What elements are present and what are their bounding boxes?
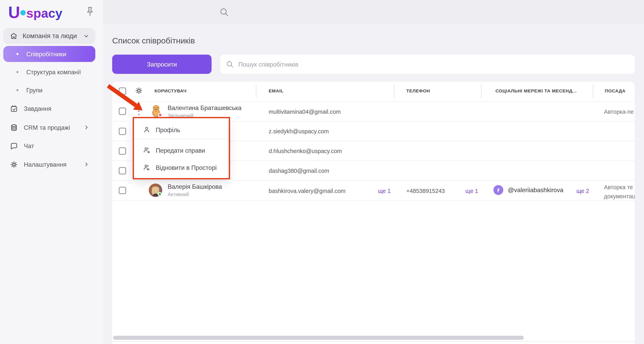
sidebar-item-groups[interactable]: Групи: [3, 82, 96, 98]
row-checkbox[interactable]: [119, 187, 126, 194]
column-header-position[interactable]: ПОСАДА: [605, 88, 626, 93]
search-icon: [226, 60, 234, 68]
column-divider[interactable]: [481, 84, 482, 98]
column-header-user[interactable]: КОРИСТУВАЧ: [154, 88, 186, 93]
facebook-icon[interactable]: [494, 185, 503, 195]
menu-item-label: Відновити в Просторі: [156, 164, 217, 171]
column-header-email[interactable]: EMAIL: [269, 88, 284, 93]
employee-phone[interactable]: +48538915243: [406, 188, 445, 194]
social-more-link[interactable]: ще 2: [576, 188, 589, 194]
sidebar: U spacy Компанія та люди Співробітники С…: [0, 0, 103, 344]
divider: [112, 342, 635, 342]
facebook-f-glyph: [496, 187, 501, 193]
bullet-icon: [16, 89, 18, 91]
sidebar-item-label: Співробітники: [26, 50, 95, 57]
calendar-check-icon: [10, 104, 18, 113]
employee-status: Активний: [168, 192, 189, 197]
sidebar-item-tasks[interactable]: Завдання: [3, 100, 96, 116]
sidebar-item-label: Групи: [26, 87, 95, 94]
column-divider[interactable]: [394, 84, 394, 98]
topbar: [103, 0, 644, 24]
social-handle[interactable]: @valeriiabashkirova: [508, 186, 563, 193]
chevron-right-icon: [84, 161, 90, 167]
sidebar-item-crm[interactable]: CRM та продажі: [3, 119, 96, 135]
sidebar-item-structure[interactable]: Структура компанії: [3, 64, 96, 80]
invite-button[interactable]: Запросити: [112, 54, 212, 74]
row-checkbox[interactable]: [119, 147, 126, 155]
uspacy-logo[interactable]: U spacy: [8, 4, 70, 22]
divider: [112, 200, 635, 201]
row-checkbox[interactable]: [119, 128, 126, 135]
database-icon: [10, 123, 18, 132]
employee-search[interactable]: [220, 54, 635, 74]
row-checkbox[interactable]: [119, 167, 126, 174]
employee-status: Звільнений: [168, 113, 194, 119]
gear-icon: [10, 160, 18, 169]
workspace-label: Компанія та люди: [22, 32, 83, 39]
column-header-phone[interactable]: ТЕЛЕФОН: [406, 88, 430, 93]
bullet-icon: [16, 53, 18, 55]
person-icon: [143, 126, 150, 133]
sidebar-item-settings[interactable]: Налаштування: [3, 156, 96, 172]
employee-position-line1: Авторка те: [604, 184, 635, 190]
sidebar-item-label: Чат: [24, 142, 96, 149]
select-all-checkbox[interactable]: [119, 87, 126, 95]
divider: [112, 101, 635, 102]
column-divider[interactable]: [593, 84, 593, 98]
email-more-link[interactable]: ще 1: [378, 188, 390, 194]
menu-item-transfer[interactable]: Передати справи: [134, 142, 228, 158]
sidebar-item-label: Налаштування: [24, 161, 84, 168]
main-content: Список співробітників Запросити КОРИСТУВ…: [103, 24, 644, 344]
employee-email[interactable]: d.hlushchenko@uspacy.com: [269, 148, 342, 154]
employee-position: Авторка-пе: [604, 108, 635, 115]
row-context-menu: Профіль Передати справи Відновити в Прос…: [134, 118, 228, 178]
table-settings-gear-icon[interactable]: [135, 87, 143, 95]
divider: [112, 180, 635, 180]
menu-item-label: Профіль: [156, 126, 180, 133]
svg-text:spacy: spacy: [26, 6, 62, 20]
menu-item-restore[interactable]: Відновити в Просторі: [134, 159, 228, 176]
menu-item-label: Передати справи: [156, 147, 205, 154]
sidebar-item-label: CRM та продажі: [24, 124, 84, 131]
employee-email[interactable]: dashag380@gmail.com: [269, 167, 329, 174]
person-arrow-left-icon: [143, 164, 150, 171]
active-status-dot: [158, 192, 162, 196]
menu-item-profile[interactable]: Профіль: [134, 121, 228, 138]
sidebar-item-employees[interactable]: Співробітники: [3, 46, 96, 62]
sidebar-item-label: Завдання: [24, 105, 96, 112]
chat-icon: [10, 142, 18, 150]
bullet-icon: [16, 71, 18, 73]
dismissed-status-dot: [158, 113, 162, 117]
chevron-down-icon: [83, 32, 90, 39]
row-checkbox[interactable]: [119, 108, 126, 115]
svg-text:U: U: [8, 4, 20, 22]
employee-email[interactable]: z.siedykh@uspacy.com: [269, 128, 329, 134]
page-title: Список співробітників: [112, 36, 195, 46]
employee-name[interactable]: Валентина Браташевська: [168, 104, 242, 111]
employee-position-line2: документац: [604, 193, 635, 199]
search-input[interactable]: [238, 61, 635, 68]
chevron-right-icon: [84, 124, 90, 131]
global-search-icon[interactable]: [220, 7, 229, 17]
person-arrow-right-icon: [143, 147, 150, 154]
menu-divider: [134, 139, 228, 139]
home-icon: [10, 32, 18, 40]
employee-name[interactable]: Валерія Башкірова: [168, 183, 222, 190]
app-window: U spacy Компанія та люди Співробітники С…: [0, 0, 644, 344]
pin-sidebar-icon[interactable]: [84, 6, 96, 17]
row-actions-kebab-icon[interactable]: [136, 106, 141, 116]
employee-email[interactable]: bashkirova.valery@gmail.com: [269, 188, 346, 194]
workspace-switcher[interactable]: Компанія та люди: [3, 28, 96, 44]
sidebar-item-label: Структура компанії: [26, 68, 95, 75]
horizontal-scrollbar[interactable]: [113, 336, 524, 340]
column-divider[interactable]: [256, 84, 256, 98]
column-header-social[interactable]: СОЦІАЛЬНІ МЕРЕЖІ ТА МЕСЕНД...: [496, 88, 577, 93]
employee-email[interactable]: multivitamina04@gmail.com: [269, 108, 340, 115]
sidebar-item-chat[interactable]: Чат: [3, 138, 96, 154]
phone-more-link[interactable]: ще 1: [466, 188, 478, 194]
